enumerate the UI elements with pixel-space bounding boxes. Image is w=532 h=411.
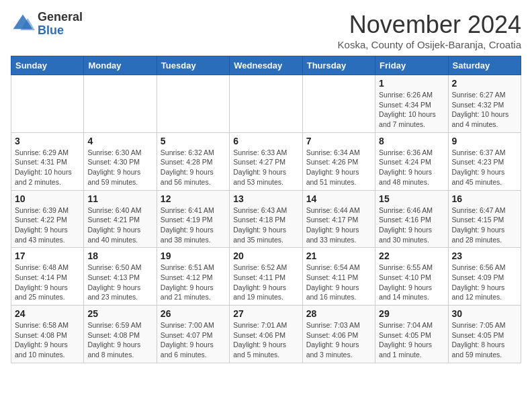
calendar-cell: 24Sunrise: 6:58 AM Sunset: 4:08 PM Dayli…: [11, 306, 84, 363]
day-info: Sunrise: 6:56 AM Sunset: 4:09 PM Dayligh…: [452, 263, 517, 302]
day-number: 28: [306, 308, 371, 319]
day-header-tuesday: Tuesday: [157, 56, 229, 75]
day-info: Sunrise: 6:47 AM Sunset: 4:15 PM Dayligh…: [452, 205, 517, 245]
day-number: 30: [452, 308, 517, 319]
day-number: 2: [452, 78, 517, 89]
day-number: 15: [379, 193, 444, 204]
calendar-cell: 29Sunrise: 7:04 AM Sunset: 4:05 PM Dayli…: [375, 306, 448, 363]
calendar-cell: 30Sunrise: 7:05 AM Sunset: 4:05 PM Dayli…: [448, 306, 521, 363]
calendar-cell: 18Sunrise: 6:50 AM Sunset: 4:13 PM Dayli…: [84, 248, 157, 306]
day-number: 24: [15, 308, 80, 319]
day-header-sunday: Sunday: [11, 56, 84, 75]
day-number: 6: [233, 136, 298, 146]
logo-blue: Blue: [38, 24, 83, 38]
day-info: Sunrise: 6:46 AM Sunset: 4:16 PM Dayligh…: [379, 205, 444, 245]
day-number: 11: [87, 193, 152, 204]
day-info: Sunrise: 7:04 AM Sunset: 4:05 PM Dayligh…: [379, 320, 444, 360]
calendar-cell: 6Sunrise: 6:33 AM Sunset: 4:27 PM Daylig…: [230, 132, 302, 190]
day-number: 9: [452, 136, 517, 146]
day-info: Sunrise: 6:54 AM Sunset: 4:11 PM Dayligh…: [306, 263, 371, 302]
calendar-cell: [230, 75, 302, 133]
day-info: Sunrise: 6:34 AM Sunset: 4:26 PM Dayligh…: [306, 148, 371, 187]
calendar-cell: 14Sunrise: 6:44 AM Sunset: 4:17 PM Dayli…: [302, 190, 375, 248]
day-number: 29: [379, 308, 444, 319]
calendar-week-0: 1Sunrise: 6:26 AM Sunset: 4:34 PM Daylig…: [11, 75, 521, 133]
calendar-cell: 10Sunrise: 6:39 AM Sunset: 4:22 PM Dayli…: [11, 190, 84, 248]
calendar-cell: 3Sunrise: 6:29 AM Sunset: 4:31 PM Daylig…: [11, 132, 84, 190]
calendar-cell: 12Sunrise: 6:41 AM Sunset: 4:19 PM Dayli…: [157, 190, 229, 248]
day-header-monday: Monday: [84, 56, 157, 75]
day-number: 27: [233, 308, 298, 319]
logo-text: General Blue: [38, 11, 83, 38]
calendar-cell: 22Sunrise: 6:55 AM Sunset: 4:10 PM Dayli…: [375, 248, 448, 306]
day-number: 12: [161, 193, 226, 204]
calendar-cell: [302, 75, 375, 133]
calendar-cell: 20Sunrise: 6:52 AM Sunset: 4:11 PM Dayli…: [230, 248, 302, 306]
day-info: Sunrise: 6:50 AM Sunset: 4:13 PM Dayligh…: [87, 263, 152, 302]
day-number: 25: [87, 308, 152, 319]
day-info: Sunrise: 6:33 AM Sunset: 4:27 PM Dayligh…: [233, 148, 298, 187]
day-info: Sunrise: 6:27 AM Sunset: 4:32 PM Dayligh…: [452, 90, 517, 130]
day-number: 13: [233, 193, 298, 204]
day-info: Sunrise: 7:05 AM Sunset: 4:05 PM Dayligh…: [452, 320, 517, 360]
calendar-cell: 16Sunrise: 6:47 AM Sunset: 4:15 PM Dayli…: [448, 190, 521, 248]
day-info: Sunrise: 7:03 AM Sunset: 4:06 PM Dayligh…: [306, 320, 371, 360]
day-number: 19: [161, 250, 226, 261]
day-info: Sunrise: 6:29 AM Sunset: 4:31 PM Dayligh…: [15, 148, 80, 187]
day-number: 3: [15, 136, 80, 146]
calendar-cell: 11Sunrise: 6:40 AM Sunset: 4:21 PM Dayli…: [84, 190, 157, 248]
subtitle: Koska, County of Osijek-Baranja, Croatia: [338, 39, 521, 50]
day-info: Sunrise: 6:44 AM Sunset: 4:17 PM Dayligh…: [306, 205, 371, 245]
day-info: Sunrise: 6:48 AM Sunset: 4:14 PM Dayligh…: [15, 263, 80, 302]
header: General Blue November 2024 Koska, County…: [11, 11, 521, 50]
day-info: Sunrise: 6:52 AM Sunset: 4:11 PM Dayligh…: [233, 263, 298, 302]
calendar-week-2: 10Sunrise: 6:39 AM Sunset: 4:22 PM Dayli…: [11, 190, 521, 248]
day-info: Sunrise: 6:55 AM Sunset: 4:10 PM Dayligh…: [379, 263, 444, 302]
calendar-cell: 2Sunrise: 6:27 AM Sunset: 4:32 PM Daylig…: [448, 75, 521, 133]
day-number: 14: [306, 193, 371, 204]
logo-general: General: [38, 11, 83, 24]
day-header-friday: Friday: [375, 56, 448, 75]
day-number: 26: [161, 308, 226, 319]
calendar-cell: 7Sunrise: 6:34 AM Sunset: 4:26 PM Daylig…: [302, 132, 375, 190]
calendar-cell: 4Sunrise: 6:30 AM Sunset: 4:30 PM Daylig…: [84, 132, 157, 190]
calendar-cell: 5Sunrise: 6:32 AM Sunset: 4:28 PM Daylig…: [157, 132, 229, 190]
logo: General Blue: [11, 11, 83, 38]
calendar-cell: [157, 75, 229, 133]
day-number: 20: [233, 250, 298, 261]
logo-icon: [11, 12, 35, 36]
day-number: 18: [87, 250, 152, 261]
calendar-cell: 8Sunrise: 6:36 AM Sunset: 4:24 PM Daylig…: [375, 132, 448, 190]
day-info: Sunrise: 7:00 AM Sunset: 4:07 PM Dayligh…: [161, 320, 226, 360]
day-info: Sunrise: 6:51 AM Sunset: 4:12 PM Dayligh…: [161, 263, 226, 302]
title-area: November 2024 Koska, County of Osijek-Ba…: [338, 11, 521, 50]
day-info: Sunrise: 6:36 AM Sunset: 4:24 PM Dayligh…: [379, 148, 444, 187]
calendar-table: SundayMondayTuesdayWednesdayThursdayFrid…: [11, 56, 521, 363]
calendar-cell: 17Sunrise: 6:48 AM Sunset: 4:14 PM Dayli…: [11, 248, 84, 306]
calendar-cell: 15Sunrise: 6:46 AM Sunset: 4:16 PM Dayli…: [375, 190, 448, 248]
day-info: Sunrise: 7:01 AM Sunset: 4:06 PM Dayligh…: [233, 320, 298, 360]
calendar-cell: 1Sunrise: 6:26 AM Sunset: 4:34 PM Daylig…: [375, 75, 448, 133]
calendar-cell: 13Sunrise: 6:43 AM Sunset: 4:18 PM Dayli…: [230, 190, 302, 248]
calendar-cell: 23Sunrise: 6:56 AM Sunset: 4:09 PM Dayli…: [448, 248, 521, 306]
calendar-cell: [84, 75, 157, 133]
day-header-wednesday: Wednesday: [230, 56, 302, 75]
calendar-cell: 26Sunrise: 7:00 AM Sunset: 4:07 PM Dayli…: [157, 306, 229, 363]
calendar-cell: 28Sunrise: 7:03 AM Sunset: 4:06 PM Dayli…: [302, 306, 375, 363]
calendar-cell: 21Sunrise: 6:54 AM Sunset: 4:11 PM Dayli…: [302, 248, 375, 306]
day-info: Sunrise: 6:32 AM Sunset: 4:28 PM Dayligh…: [161, 148, 226, 187]
day-info: Sunrise: 6:59 AM Sunset: 4:08 PM Dayligh…: [87, 320, 152, 360]
calendar-cell: 27Sunrise: 7:01 AM Sunset: 4:06 PM Dayli…: [230, 306, 302, 363]
day-info: Sunrise: 6:58 AM Sunset: 4:08 PM Dayligh…: [15, 320, 80, 360]
day-number: 1: [379, 78, 444, 89]
day-number: 5: [161, 136, 226, 146]
day-info: Sunrise: 6:43 AM Sunset: 4:18 PM Dayligh…: [233, 205, 298, 245]
day-number: 16: [452, 193, 517, 204]
day-info: Sunrise: 6:39 AM Sunset: 4:22 PM Dayligh…: [15, 205, 80, 245]
day-info: Sunrise: 6:40 AM Sunset: 4:21 PM Dayligh…: [87, 205, 152, 245]
calendar-cell: 9Sunrise: 6:37 AM Sunset: 4:23 PM Daylig…: [448, 132, 521, 190]
days-header-row: SundayMondayTuesdayWednesdayThursdayFrid…: [11, 56, 521, 75]
day-number: 8: [379, 136, 444, 146]
day-number: 21: [306, 250, 371, 261]
day-number: 7: [306, 136, 371, 146]
